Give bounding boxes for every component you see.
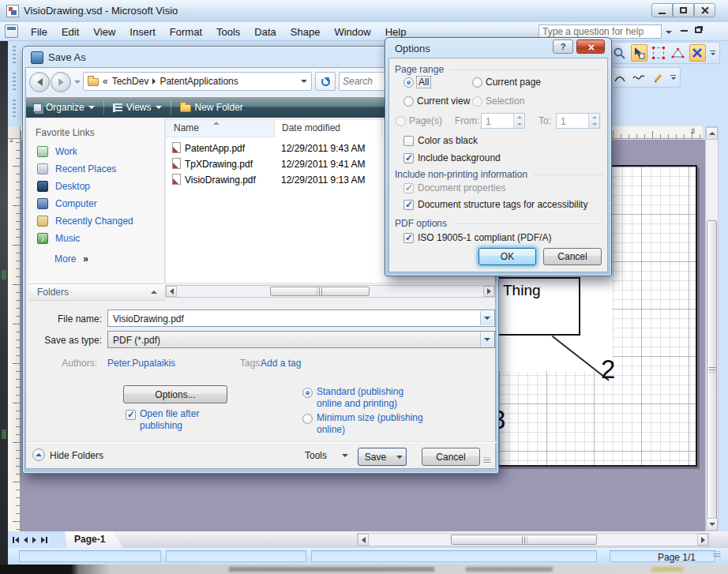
- sidebar-item-music[interactable]: ♪Music: [37, 233, 80, 244]
- new-folder-button[interactable]: New Folder: [173, 102, 250, 113]
- arc-tool-icon[interactable]: [611, 69, 628, 86]
- back-button[interactable]: [29, 72, 50, 92]
- selection-radio[interactable]: [472, 96, 482, 107]
- to-spinner[interactable]: 1: [556, 113, 600, 129]
- selection-rect-tool-icon[interactable]: [650, 44, 667, 62]
- recent-pages-dropdown-icon[interactable]: [74, 81, 81, 84]
- menu-format[interactable]: Format: [163, 26, 209, 38]
- current-view-radio[interactable]: [403, 96, 414, 107]
- column-separator[interactable]: [381, 120, 382, 137]
- column-header-date-modified[interactable]: Date modified: [274, 120, 340, 137]
- tools-dropdown-icon[interactable]: [342, 454, 348, 457]
- views-button[interactable]: Views: [106, 102, 169, 113]
- file-name-dropdown[interactable]: [480, 311, 493, 325]
- forward-button[interactable]: [51, 72, 71, 92]
- dialog-close-button[interactable]: [576, 39, 605, 54]
- maximize-button[interactable]: [673, 3, 694, 17]
- menu-help[interactable]: Help: [378, 26, 414, 38]
- scroll-left-button[interactable]: [166, 286, 177, 297]
- all-radio-label[interactable]: All: [417, 77, 430, 88]
- last-page-button[interactable]: [41, 537, 47, 543]
- spinner-buttons[interactable]: [588, 114, 599, 128]
- cancel-button[interactable]: Cancel: [422, 448, 480, 466]
- next-page-button[interactable]: [32, 537, 36, 543]
- hide-folders-button[interactable]: [32, 448, 45, 461]
- address-bar[interactable]: « TechDev PatentApplications: [83, 72, 312, 91]
- sidebar-item-computer[interactable]: Computer: [37, 198, 97, 209]
- freeform-tool-icon[interactable]: [630, 69, 647, 86]
- page-tab[interactable]: Page-1: [66, 531, 123, 548]
- ok-button[interactable]: OK: [478, 248, 536, 265]
- save-split-dropdown[interactable]: [392, 448, 407, 466]
- all-radio[interactable]: [403, 77, 414, 88]
- vertical-scroll-thumb[interactable]: [707, 220, 717, 519]
- current-view-label[interactable]: Current view: [417, 96, 470, 107]
- minimize-button[interactable]: [651, 3, 673, 17]
- save-as-type-combo[interactable]: PDF (*.pdf): [107, 331, 495, 348]
- breadcrumb-collapsed[interactable]: «: [103, 76, 108, 87]
- sidebar-item-recently-changed[interactable]: Recently Changed: [37, 216, 133, 227]
- hide-folders-label[interactable]: Hide Folders: [50, 450, 103, 461]
- breadcrumb-patent-applications[interactable]: PatentApplications: [159, 76, 238, 87]
- toolbar-grip[interactable]: [13, 99, 16, 117]
- minimum-size-radio-label[interactable]: Minimum size (publishing online): [317, 412, 443, 436]
- minimum-size-radio[interactable]: [302, 414, 313, 424]
- scroll-right-button[interactable]: [697, 534, 708, 546]
- iso-compliant-checkbox[interactable]: [403, 233, 414, 243]
- first-page-button[interactable]: [13, 537, 19, 543]
- menu-tools[interactable]: Tools: [209, 26, 247, 38]
- vertical-scrollbar[interactable]: [705, 126, 719, 531]
- current-page-radio[interactable]: [472, 77, 482, 88]
- column-separator[interactable]: [274, 120, 275, 137]
- menu-window[interactable]: Window: [327, 26, 377, 38]
- authors-value[interactable]: Peter.Pupalaikis: [107, 358, 175, 369]
- document-properties-checkbox[interactable]: [403, 183, 414, 193]
- tags-add-link[interactable]: Add a tag: [261, 358, 301, 369]
- toolbar-grip[interactable]: [13, 73, 16, 90]
- resize-grip[interactable]: [484, 458, 491, 463]
- sidebar-item-recent-places[interactable]: Recent Places: [37, 163, 116, 174]
- prev-page-button[interactable]: [24, 537, 28, 543]
- tools-menu[interactable]: Tools: [305, 450, 327, 461]
- refresh-button[interactable]: [315, 72, 336, 91]
- color-as-black-checkbox[interactable]: [403, 136, 414, 146]
- menu-insert[interactable]: Insert: [122, 26, 163, 38]
- folders-expander[interactable]: Folders: [29, 283, 165, 301]
- include-background-checkbox[interactable]: [403, 153, 414, 163]
- menu-view[interactable]: View: [86, 26, 122, 38]
- from-spinner[interactable]: 1: [481, 113, 525, 129]
- file-name-combo[interactable]: VisioDrawing.pdf: [107, 310, 495, 327]
- menu-edit[interactable]: Edit: [54, 26, 86, 38]
- selection-label[interactable]: Selection: [486, 96, 524, 107]
- scroll-right-button[interactable]: [483, 286, 494, 297]
- toolbar-overflow-icon[interactable]: [708, 51, 717, 56]
- zoom-tool-icon[interactable]: [611, 44, 629, 62]
- pages-radio[interactable]: [396, 116, 406, 126]
- close-button[interactable]: [694, 3, 715, 17]
- toolbar-grip[interactable]: [13, 46, 16, 63]
- help-dropdown-icon[interactable]: [666, 31, 672, 34]
- sidebar-item-work[interactable]: Work: [37, 146, 77, 157]
- pencil-tool-icon[interactable]: [650, 69, 666, 86]
- color-as-black-label[interactable]: Color as black: [418, 135, 478, 146]
- cancel-button[interactable]: Cancel: [543, 248, 602, 265]
- shape-tool-icon[interactable]: [670, 44, 687, 62]
- sidebar-more-link[interactable]: More»: [54, 253, 88, 264]
- resize-grip[interactable]: [714, 552, 721, 557]
- open-after-checkbox[interactable]: [126, 410, 136, 420]
- options-button[interactable]: Options...: [123, 385, 227, 403]
- iso-compliant-label[interactable]: ISO 19005-1 compliant (PDF/A): [418, 232, 551, 243]
- scroll-left-button[interactable]: [358, 534, 369, 546]
- scroll-down-button[interactable]: [706, 518, 718, 531]
- menu-shape[interactable]: Shape: [283, 26, 328, 38]
- doc-restore-icon[interactable]: [695, 27, 702, 33]
- save-button[interactable]: Save: [358, 448, 393, 466]
- standard-radio[interactable]: [302, 388, 313, 398]
- help-button[interactable]: ?: [553, 39, 573, 54]
- list-scroll-thumb[interactable]: [270, 287, 370, 296]
- thing-shape-label[interactable]: Thing: [503, 282, 541, 299]
- column-header-name[interactable]: Name: [166, 120, 199, 137]
- document-structure-tags-label[interactable]: Document structure tags for accessibilit…: [418, 199, 587, 210]
- pointer-tool-icon[interactable]: [631, 44, 648, 62]
- toolbar-overflow-icon[interactable]: [669, 75, 677, 81]
